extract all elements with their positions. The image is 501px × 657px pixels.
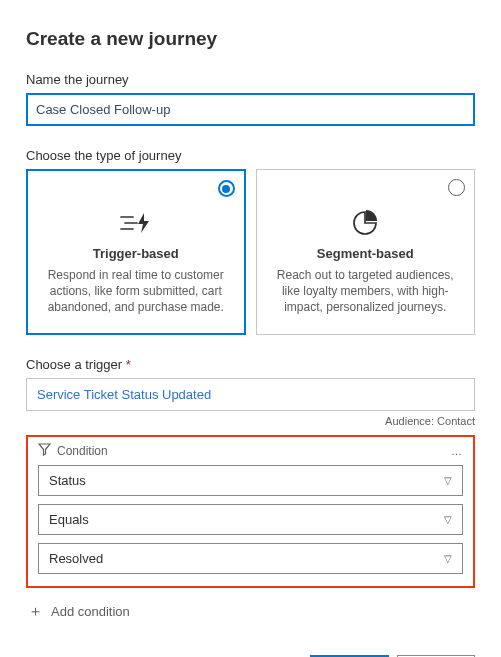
filter-icon [38, 443, 51, 459]
card-desc: Reach out to targeted audiences, like lo… [271, 267, 461, 316]
condition-header-label: Condition [57, 444, 108, 458]
chevron-down-icon: ▽ [444, 475, 452, 486]
trigger-label: Choose a trigger * [26, 357, 475, 372]
add-condition-button[interactable]: ＋ Add condition [26, 598, 475, 625]
lightning-icon [119, 210, 153, 236]
radio-unselected-icon [448, 179, 465, 196]
card-trigger-based[interactable]: Trigger-based Respond in real time to cu… [26, 169, 246, 335]
card-segment-based[interactable]: Segment-based Reach out to targeted audi… [256, 169, 476, 335]
page-title: Create a new journey [26, 28, 475, 50]
trigger-input[interactable] [26, 378, 475, 411]
chevron-down-icon: ▽ [444, 514, 452, 525]
name-label: Name the journey [26, 72, 475, 87]
condition-block: Condition … Status ▽ Equals ▽ Resolved ▽ [26, 435, 475, 588]
plus-icon: ＋ [28, 602, 43, 621]
card-desc: Respond in real time to customer actions… [41, 267, 231, 316]
card-title: Segment-based [271, 246, 461, 261]
journey-type-cards: Trigger-based Respond in real time to cu… [26, 169, 475, 335]
pie-chart-icon [352, 210, 378, 236]
condition-operator-select[interactable]: Equals ▽ [38, 504, 463, 535]
audience-label: Audience: Contact [26, 415, 475, 427]
condition-field-select[interactable]: Status ▽ [38, 465, 463, 496]
condition-value-select[interactable]: Resolved ▽ [38, 543, 463, 574]
card-title: Trigger-based [41, 246, 231, 261]
condition-more-button[interactable]: … [451, 445, 463, 457]
required-marker: * [126, 357, 131, 372]
chevron-down-icon: ▽ [444, 553, 452, 564]
type-label: Choose the type of journey [26, 148, 475, 163]
radio-selected-icon [218, 180, 235, 197]
journey-name-input[interactable] [26, 93, 475, 126]
